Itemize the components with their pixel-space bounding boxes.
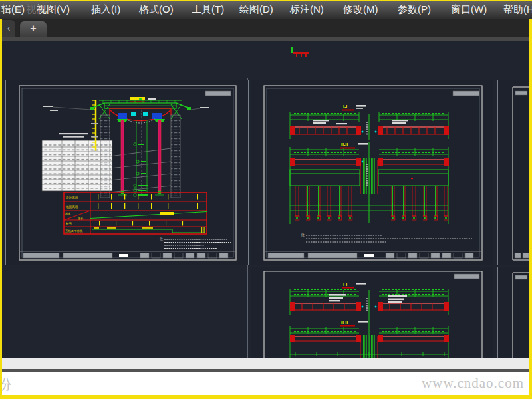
section1-drawing: [290, 289, 449, 317]
svg-text:地面高程: 地面高程: [65, 205, 78, 209]
section2-drawing: [290, 317, 449, 358]
sheet-deck-sections[interactable]: I-I: [251, 80, 493, 265]
menu-modify[interactable]: 修改(M): [343, 3, 378, 16]
section1-drawing: [290, 112, 449, 140]
profile-table: 设计高程 地面高程 坡度 坡长 桩号 直线及平曲线: [64, 192, 207, 234]
site-watermark: www.cndao.com: [422, 375, 524, 392]
menu-view[interactable]: 视图(V): [37, 3, 70, 16]
drawing-canvas[interactable]: 设计高程 地面高程 坡度 坡长 桩号 直线及平曲线: [2, 41, 529, 358]
sheet-frame: [513, 87, 529, 260]
svg-text:I-I: I-I: [343, 104, 347, 109]
menu-insert[interactable]: 插入(I): [91, 3, 120, 16]
sheet-deck-sections-2[interactable]: I-I: [251, 267, 493, 358]
menu-dimension[interactable]: 标注(N): [290, 3, 324, 16]
menu-bar: 道 视图 辑(E) 视图(V) 插入(I) 格式(O) 工具(T) 绘图(D) …: [0, 1, 532, 19]
menu-help[interactable]: 帮助(H): [503, 3, 532, 16]
title-block-strip: [19, 251, 236, 260]
grid-hline: [2, 78, 529, 78]
menu-tools[interactable]: 工具(T): [192, 3, 224, 16]
new-tab-button[interactable]: +: [19, 21, 47, 37]
sheet-right-bottom-partial[interactable]: [497, 267, 529, 358]
partial-character: 份: [2, 374, 11, 394]
section2-title: II-II: [340, 320, 368, 327]
menu-parameters[interactable]: 参数(P): [398, 3, 431, 16]
sheet-pier-elevation[interactable]: 设计高程 地面高程 坡度 坡长 桩号 直线及平曲线: [5, 80, 249, 265]
svg-text:设计高程: 设计高程: [66, 196, 78, 200]
svg-text:II-II: II-II: [341, 320, 348, 325]
file-tab-bar: ‹ +: [2, 19, 529, 37]
menu-draw[interactable]: 绘图(D): [239, 3, 273, 16]
watermark-bar: 份 www.cndao.com: [2, 372, 529, 395]
title-block-strip: [264, 251, 482, 260]
left-sheet-title: [130, 97, 156, 102]
drawing-fragment: [291, 47, 311, 59]
svg-text:桩号: 桩号: [65, 222, 72, 225]
svg-text:坡长: 坡长: [77, 217, 84, 220]
section2-drawing: [290, 142, 449, 224]
sheet-frame: [513, 273, 529, 358]
application-window: 道 视图 辑(E) 视图(V) 插入(I) 格式(O) 工具(T) 绘图(D) …: [2, 1, 529, 395]
svg-text:直线及平曲线: 直线及平曲线: [65, 229, 83, 233]
svg-text:注: 注: [160, 237, 163, 241]
status-bar: [2, 358, 529, 369]
tab-scroll-left-button[interactable]: ‹: [2, 20, 15, 37]
sheet-right-top-partial[interactable]: [497, 80, 529, 265]
section1-title: I-I: [342, 104, 366, 111]
svg-text:坡度: 坡度: [65, 212, 70, 215]
menu-edit[interactable]: 辑(E): [1, 3, 25, 16]
svg-text:注: 注: [301, 233, 305, 237]
left-sheet-notes: 注: [160, 237, 231, 249]
svg-text:I-I: I-I: [343, 282, 347, 287]
section1-title: I-I: [342, 282, 366, 289]
menu-format[interactable]: 格式(O): [139, 3, 174, 16]
middle-top-notes: 注: [301, 233, 472, 242]
svg-text:II-II: II-II: [341, 142, 348, 147]
menu-window[interactable]: 窗口(W): [451, 3, 487, 16]
